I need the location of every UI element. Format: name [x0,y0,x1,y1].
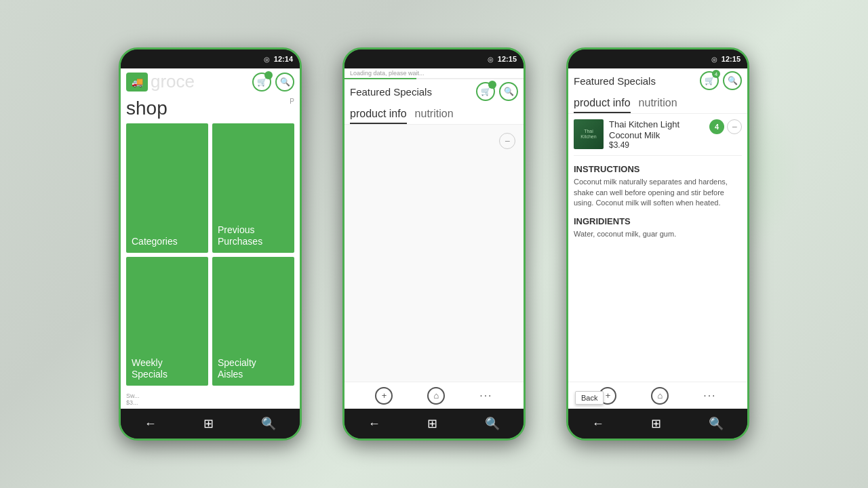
phone3-search-btn[interactable]: 🔍 [723,71,742,90]
phone3-header-icons: 🛒 4 🔍 [700,71,742,90]
phone-2: ◎ 12:15 Loading data, please wait... Fea… [342,47,526,441]
ingredients-title: INGRIDIENTS [574,216,742,226]
phone3-status-bar: ◎ 12:15 [568,49,747,68]
loading-text: Loading data, please wait... [344,68,524,78]
back-tooltip: Back [575,391,604,405]
phone3-tabs: product info nutrition [568,93,747,114]
phone3-tab-product-info[interactable]: product info [574,97,631,113]
phone3-home-nav[interactable]: ⊞ [651,416,661,431]
product-loading-area: − [344,125,524,382]
phone3-time: 12:15 [722,55,741,63]
phone2-back-nav[interactable]: ← [368,417,380,431]
grocery-text: groce [151,71,195,92]
tile-previous-label: PreviousPurchases [218,224,262,247]
phone3-screen: Featured Specials 🛒 4 🔍 product info nut… [568,68,747,409]
phone1-nav-bar: ← ⊞ 🔍 [121,409,300,439]
more-options-btn[interactable]: ··· [479,390,492,402]
product-row: ThaiKitchen Thai Kitchen Light Coconut M… [574,119,742,156]
shop-title-area: shop P [121,95,300,123]
tab-nutrition[interactable]: nutrition [415,108,454,124]
phone1-header: 🚚 groce 🛒 🔍 [121,68,300,95]
product-name: Thai Kitchen Light Coconut Milk [609,119,704,140]
phone3-search-nav[interactable]: 🔍 [709,416,724,431]
promo-text: Sw...$3... [126,392,140,406]
app-logo: 🚚 groce [126,71,195,92]
product-info: Thai Kitchen Light Coconut Milk $3.49 [609,119,704,150]
header-icons: 🛒 🔍 [252,73,294,92]
signal-icon-3: ◎ [711,56,717,63]
tile-categories[interactable]: Categories [126,123,208,253]
cart-icon-btn[interactable]: 🛒 [252,73,271,92]
phone1-status-bar: ◎ 12:14 [121,49,300,68]
search-nav-icon[interactable]: 🔍 [261,416,276,431]
phone2-header-icons: 🛒 🔍 [476,82,518,101]
instructions-text: Coconut milk naturally separates and har… [574,177,742,208]
shop-right-text: P [290,98,294,105]
phone-1: ◎ 12:14 🚚 groce 🛒 🔍 shop P Categories [119,47,302,441]
phone3-cart-btn[interactable]: 🛒 4 [700,71,719,90]
tile-categories-label: Categories [132,236,178,247]
phone2-nav-bar: ← ⊞ 🔍 [344,409,524,439]
tile-specialty-aisles[interactable]: SpecialtyAisles [212,257,294,386]
tiles-grid: Categories PreviousPurchases WeeklySpeci… [121,123,300,390]
product-detail-area: ThaiKitchen Thai Kitchen Light Coconut M… [568,114,747,382]
add-app-bar-btn[interactable]: + [375,387,393,405]
phone2-featured-title: Featured Specials [350,86,432,98]
phone3-back-nav[interactable]: ← [592,417,604,431]
phone2-app-bar: + ⌂ ··· [344,382,524,409]
phone2-time: 12:15 [498,55,517,63]
zoom-minus-btn[interactable]: − [499,133,515,149]
phone2-cart-btn[interactable]: 🛒 [476,82,495,101]
cart-badge [264,71,273,79]
phone2-search-nav[interactable]: 🔍 [485,416,500,431]
phone2-search-btn[interactable]: 🔍 [499,82,518,101]
ingredients-text: Water, coconut milk, guar gum. [574,229,742,239]
phone2-cart-badge [488,81,496,89]
qty-display: 4 [709,119,724,134]
product-image: ThaiKitchen [574,119,604,149]
home-app-bar-btn[interactable]: ⌂ [427,387,445,405]
qty-controls: 4 − [709,119,742,134]
tile-previous-purchases[interactable]: PreviousPurchases [212,123,294,253]
phone3-tab-nutrition[interactable]: nutrition [639,97,677,113]
phone2-home-nav[interactable]: ⊞ [427,416,437,431]
shop-title-text: shop [126,98,167,119]
phone3-featured-title: Featured Specials [574,75,656,87]
phone1-screen: 🚚 groce 🛒 🔍 shop P Categories PreviousPu… [121,68,300,409]
qty-minus-btn[interactable]: − [727,119,742,134]
tile-weekly-specials[interactable]: WeeklySpecials [126,257,208,386]
phone3-home-btn[interactable]: ⌂ [651,387,669,405]
search-icon-btn[interactable]: 🔍 [275,73,294,92]
phone1-time: 12:14 [274,55,293,63]
tile-weekly-label: WeeklySpecials [132,357,167,380]
promo-banner: Sw...$3... [121,390,300,409]
instructions-title: INSTRUCTIONS [574,164,742,174]
signal-icon: ◎ [264,56,270,63]
back-nav-icon[interactable]: ← [144,417,157,431]
phone3-header: Featured Specials 🛒 4 🔍 [568,68,747,93]
phone3-more-btn[interactable]: ··· [703,390,716,402]
phone2-tabs: product info nutrition [344,104,524,125]
phone2-screen: Loading data, please wait... Featured Sp… [344,68,524,409]
loading-bar [344,78,524,79]
signal-icon-2: ◎ [488,56,494,63]
home-nav-icon[interactable]: ⊞ [203,416,214,431]
product-price: $3.49 [609,140,704,150]
truck-icon: 🚚 [126,73,148,92]
phone-3: ◎ 12:15 Featured Specials 🛒 4 🔍 product … [566,47,749,441]
phone3-cart-badge: 4 [712,70,720,78]
tile-specialty-label: SpecialtyAisles [218,357,256,380]
phone2-status-bar: ◎ 12:15 [344,49,524,68]
tab-product-info[interactable]: product info [350,108,407,124]
phone3-nav-bar: ← ⊞ 🔍 [568,409,747,439]
phone2-header: Featured Specials 🛒 🔍 [344,79,524,104]
